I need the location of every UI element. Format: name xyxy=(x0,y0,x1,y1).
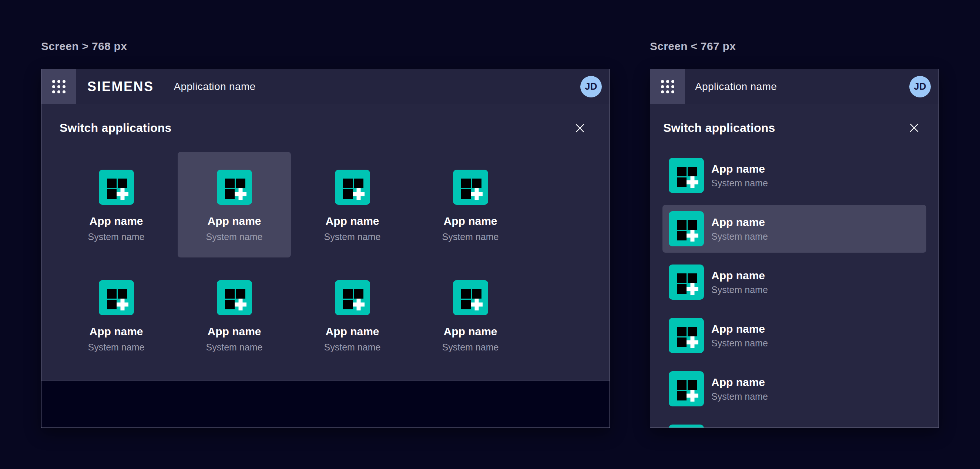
variant-label-mobile: Screen < 767 px xyxy=(650,40,736,53)
app-name: App name xyxy=(89,214,143,228)
app-name: App name xyxy=(89,324,143,338)
desktop-app-header: SIEMENS Application name JD xyxy=(41,69,609,104)
app-name: App name xyxy=(443,214,497,228)
close-icon xyxy=(575,123,585,133)
siemens-logo: SIEMENS xyxy=(88,79,154,94)
app-switcher-button[interactable] xyxy=(650,69,685,104)
app-tile-icon xyxy=(669,158,704,193)
system-name: System name xyxy=(206,230,263,243)
app-tile-icon xyxy=(99,280,134,315)
app-name: App name xyxy=(325,214,379,228)
app-list-item[interactable]: App name System name xyxy=(662,365,926,413)
app-list-item[interactable]: App name System name xyxy=(662,418,926,428)
app-tile-icon xyxy=(669,265,704,300)
app-tile[interactable]: App name System name xyxy=(60,152,173,257)
app-list-item-text: App name System name xyxy=(711,322,768,349)
app-tile[interactable]: App name System name xyxy=(178,262,291,368)
app-tile-icon xyxy=(217,280,252,315)
user-avatar[interactable]: JD xyxy=(580,76,602,97)
app-tile[interactable]: App name System name xyxy=(414,262,527,368)
app-list-item-text: App name System name xyxy=(711,375,768,403)
system-name: System name xyxy=(324,341,381,353)
app-tile-icon xyxy=(453,280,488,315)
system-name: System name xyxy=(442,230,499,243)
app-name: App name xyxy=(207,324,261,338)
app-list-item-text: App name System name xyxy=(711,162,768,189)
system-name: System name xyxy=(206,341,263,353)
system-name: System name xyxy=(88,230,145,243)
mobile-window: Application name JD Switch applications xyxy=(650,69,939,428)
app-tile-icon xyxy=(669,371,704,407)
app-tile[interactable]: App name System name xyxy=(60,262,173,368)
switch-applications-overlay: Switch applications App name System name xyxy=(41,104,609,380)
app-tile-icon xyxy=(453,170,488,205)
app-tile-icon xyxy=(99,170,134,205)
app-tile-icon xyxy=(217,170,252,205)
app-list-item[interactable]: App name System name xyxy=(662,152,926,199)
desktop-window: SIEMENS Application name JD Switch appli… xyxy=(41,69,610,428)
system-name: System name xyxy=(711,283,768,296)
app-tile-icon xyxy=(335,280,370,315)
app-name: App name xyxy=(443,324,497,338)
close-button[interactable] xyxy=(907,121,921,134)
app-tile[interactable]: App name System name xyxy=(414,152,527,257)
app-name: App name xyxy=(711,322,768,336)
system-name: System name xyxy=(442,341,499,353)
switch-applications-overlay: Switch applications App name System name xyxy=(650,104,939,428)
app-list-item[interactable]: App name System name xyxy=(662,205,926,253)
application-name-title: Application name xyxy=(174,81,256,93)
app-tile-icon xyxy=(669,424,704,428)
app-tile[interactable]: App name System name xyxy=(296,152,409,257)
app-tile[interactable]: App name System name xyxy=(178,152,291,257)
app-list-item-text: App name System name xyxy=(711,269,768,296)
app-list-item[interactable]: App name System name xyxy=(662,311,926,359)
overlay-title: Switch applications xyxy=(60,121,172,135)
mobile-app-header: Application name JD xyxy=(650,69,939,104)
user-avatar[interactable]: JD xyxy=(909,76,931,97)
overlay-title: Switch applications xyxy=(663,121,775,135)
app-name: App name xyxy=(711,215,768,229)
system-name: System name xyxy=(711,390,768,403)
app-list-item[interactable]: App name System name xyxy=(662,258,926,306)
overlay-header: Switch applications xyxy=(662,104,926,152)
app-tile[interactable]: App name System name xyxy=(296,262,409,368)
app-name: App name xyxy=(711,375,768,389)
variant-label-desktop: Screen > 768 px xyxy=(41,40,127,53)
app-tile-grid: App name System name App name System nam… xyxy=(41,152,609,380)
app-tile-icon xyxy=(669,318,704,353)
app-tile-icon xyxy=(335,170,370,205)
app-name: App name xyxy=(207,214,261,228)
app-name: App name xyxy=(325,324,379,338)
system-name: System name xyxy=(711,230,768,242)
grid-dots-icon xyxy=(660,80,675,94)
system-name: System name xyxy=(324,230,381,243)
overlay-header: Switch applications xyxy=(41,104,609,152)
app-tile-icon xyxy=(669,211,704,246)
app-switcher-button[interactable] xyxy=(41,69,76,104)
app-name: App name xyxy=(711,162,768,176)
app-list-item-text: App name System name xyxy=(711,215,768,242)
grid-dots-icon xyxy=(52,80,66,94)
app-list: App name System name App name System nam… xyxy=(662,152,926,428)
system-name: System name xyxy=(711,177,768,189)
app-name: App name xyxy=(711,269,768,283)
close-button[interactable] xyxy=(573,121,587,135)
system-name: System name xyxy=(88,341,145,353)
app-content-area xyxy=(41,380,609,428)
close-icon xyxy=(909,123,919,133)
application-name-title: Application name xyxy=(695,81,777,93)
system-name: System name xyxy=(711,337,768,349)
